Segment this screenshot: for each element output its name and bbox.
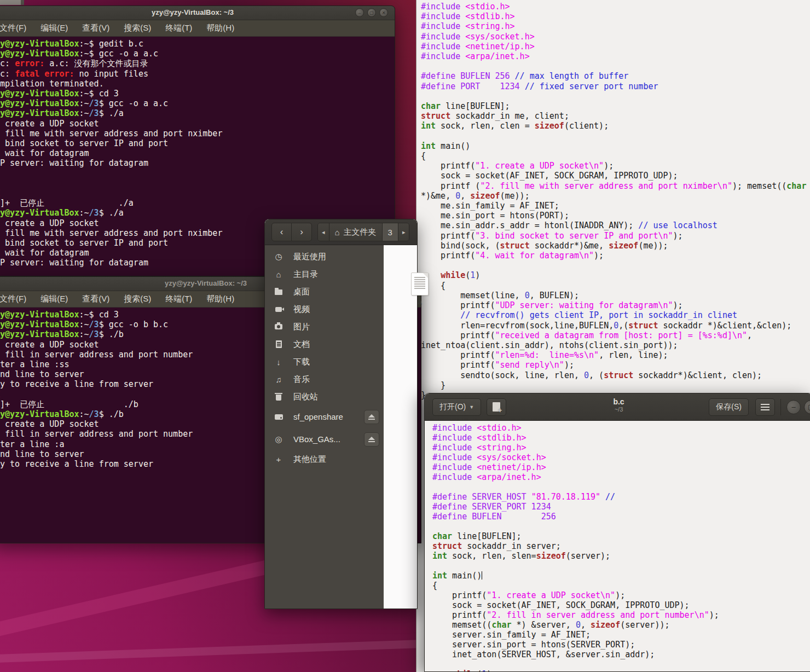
eject-button[interactable]: [364, 410, 379, 424]
menu-file[interactable]: 文件(F): [0, 23, 26, 33]
code-line: #include <netinet/ip.h>: [421, 42, 810, 51]
sidebar-item-其他位置[interactable]: +其他位置: [265, 450, 384, 468]
code-editor-a[interactable]: #include <stdio.h>#include <stdlib.h>#in…: [416, 0, 810, 400]
code-line: #include <sys/socket.h>: [432, 453, 810, 462]
document-title: b.c ~/3: [613, 397, 624, 413]
save-button[interactable]: 保存(S): [709, 398, 749, 416]
menu-edit[interactable]: 编辑(E): [40, 294, 68, 304]
code-line: sock = socket(AF_INET, SOCK_DGRAM, IPPRO…: [421, 171, 810, 181]
maximize-button[interactable]: ▢: [804, 400, 810, 414]
code-line: sendto(sock, line, rlen, 0, (struct sock…: [421, 370, 810, 380]
terminal-line: zy@yzy-VirtualBox:~/3$ gcc -o a a.c: [0, 99, 395, 108]
close-icon[interactable]: ✕: [379, 8, 388, 17]
code-line: #include <string.h>: [432, 443, 810, 453]
menu-search[interactable]: 搜索(S): [124, 23, 151, 33]
path-scroll-right-icon[interactable]: ▸: [398, 223, 409, 241]
code-line: server.sin_family = AF_INET;: [432, 630, 810, 640]
disc-icon: ◎: [273, 435, 284, 444]
code-line: char line[BUFLEN];: [421, 101, 810, 111]
sidebar-item-sf_openshare[interactable]: sf_openshare: [265, 405, 384, 428]
path-scroll-left-icon[interactable]: ◂: [318, 223, 329, 241]
sidebar-item-音乐[interactable]: ♫音乐: [265, 370, 384, 388]
eject-button[interactable]: [364, 432, 379, 447]
menu-button[interactable]: [755, 398, 775, 416]
sidebar-item-文档[interactable]: 文档: [265, 335, 384, 353]
sidebar-item-label: 文档: [293, 339, 310, 350]
titlebar[interactable]: yzy@yzy-VirtualBox: ~/3 – ▢ ✕: [0, 6, 395, 20]
new-document-icon: [493, 402, 500, 412]
terminal-line: Z: [0, 188, 395, 198]
menu-view[interactable]: 查看(V): [82, 294, 109, 304]
new-document-button[interactable]: [487, 398, 506, 416]
code-line: }: [421, 380, 810, 390]
menu-terminal[interactable]: 终端(T): [165, 294, 192, 304]
code-line: me.sin_addr.s_addr = htonl(INADDR_ANY); …: [421, 221, 810, 230]
code-line: inet_ntoa(client.sin_addr), ntohs(client…: [421, 340, 810, 350]
menu-help[interactable]: 帮助(H): [206, 294, 234, 304]
menu-edit[interactable]: 编辑(E): [40, 23, 68, 33]
code-editor-b[interactable]: #include <stdio.h>#include <stdlib.h>#in…: [425, 421, 810, 672]
code-line: #include <sys/socket.h>: [421, 32, 810, 42]
sidebar-item-回收站[interactable]: 回收站: [265, 388, 384, 405]
music-icon: ♫: [273, 375, 284, 384]
terminal-line: zy@yzy-VirtualBox:~/3$ ./a: [0, 208, 395, 218]
sidebar-item-下载[interactable]: ↓下载: [265, 353, 384, 370]
terminal-line: . create a UDP socket: [0, 119, 395, 129]
maximize-icon[interactable]: ▢: [367, 8, 376, 17]
sidebar-item-桌面[interactable]: 桌面: [265, 283, 384, 300]
code-line: #include <arpa/inet.h>: [421, 51, 810, 61]
window-title: yzy@yzy-VirtualBox: ~/3: [0, 8, 395, 16]
file-name: a: [403, 298, 436, 306]
code-line: int main(): [432, 571, 810, 581]
background-window-fragment: [0, 0, 24, 5]
code-line: #include <string.h>: [421, 21, 810, 31]
code-line: {: [421, 151, 810, 161]
path-current-segment[interactable]: 3: [383, 223, 398, 241]
terminal-line: . wait for datagram: [0, 148, 395, 158]
menu-help[interactable]: 帮助(H): [206, 23, 234, 33]
code-line: printf("UDP server: waiting for datagram…: [421, 300, 810, 310]
sidebar-item-label: sf_openshare: [293, 412, 343, 421]
drive-icon: [273, 414, 284, 420]
sidebar-item-label: 其他位置: [293, 454, 326, 465]
gedit-headerbar[interactable]: 打开(O)▼ b.c ~/3 保存(S) – ▢: [425, 393, 810, 421]
code-line: struct sockaddr_in server;: [432, 541, 810, 551]
trash-icon: [273, 393, 284, 401]
menu-terminal[interactable]: 终端(T): [165, 23, 192, 33]
minimize-button[interactable]: –: [786, 400, 801, 414]
code-line: server.sin_port = htons(SERVER_PORT);: [432, 640, 810, 650]
forward-button[interactable]: ›: [292, 223, 312, 241]
terminal-line: DP server: waiting for datagram: [0, 158, 395, 168]
code-line: #include <arpa/inet.h>: [432, 472, 810, 482]
code-line: int sock, rlen, clen = sizeof(client);: [421, 121, 810, 131]
terminal-line: [0, 169, 395, 178]
sidebar-item-最近使用[interactable]: ◷最近使用: [265, 248, 384, 265]
terminal-line: cc: error: a.c: 没有那个文件或目录: [0, 59, 395, 68]
open-button[interactable]: 打开(O)▼: [432, 398, 481, 416]
menu-view[interactable]: 查看(V): [82, 23, 109, 33]
terminal-line: zy@yzy-VirtualBox:~$ gcc -o a a.c: [0, 49, 395, 59]
file-item[interactable]: a: [403, 273, 436, 306]
terminal-line: 1]+ 已停止 ./a: [0, 198, 395, 208]
terminal-line: . bind socket to server IP and port: [0, 138, 395, 148]
code-line: bind(sock, (struct sockaddr*)&me, sizeof…: [421, 241, 810, 251]
menu-search[interactable]: 搜索(S): [124, 294, 151, 304]
code-line: printf("2. fill in server address and po…: [432, 610, 810, 620]
code-line: sock = socket(AF_INET, SOCK_DGRAM, IPPRO…: [432, 600, 810, 610]
sidebar-item-主目录[interactable]: ⌂主目录: [265, 265, 384, 283]
home-icon: ⌂: [335, 228, 340, 237]
sidebar-item-视频[interactable]: 视频: [265, 300, 384, 318]
minimize-icon[interactable]: –: [355, 8, 364, 17]
code-line: #include <netinet/ip.h>: [432, 462, 810, 472]
file-manager-content[interactable]: a: [384, 245, 417, 609]
sidebar-item-label: VBox_GAs...: [293, 435, 340, 444]
menu-file[interactable]: 文件(F): [0, 294, 26, 304]
back-button[interactable]: ‹: [271, 223, 292, 241]
sidebar-item-图片[interactable]: 图片: [265, 318, 384, 335]
sidebar-item-VBox_GAs...[interactable]: ◎VBox_GAs...: [265, 428, 384, 450]
code-line: #define BUFLEN 256 // max length of buff…: [421, 71, 810, 81]
path-home-segment[interactable]: ⌂主文件夹: [329, 223, 383, 241]
code-line: [432, 522, 810, 531]
code-line: [432, 561, 810, 571]
terminal-line: zy@yzy-VirtualBox:~$ cd 3: [0, 89, 395, 99]
